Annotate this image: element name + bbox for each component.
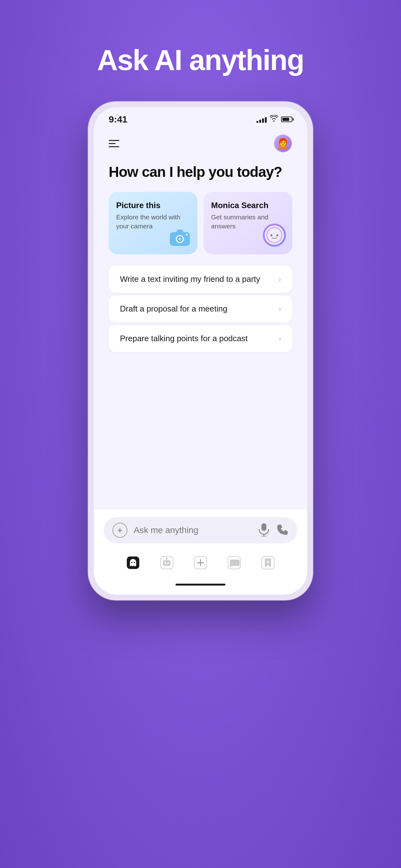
nav-tab-home[interactable] <box>120 552 146 574</box>
menu-line-3 <box>109 146 119 147</box>
suggestion-text-0: Write a text inviting my friend to a par… <box>120 274 260 284</box>
chat-input[interactable] <box>134 525 252 535</box>
nav-tab-add[interactable] <box>188 552 213 574</box>
chevron-right-icon-1: › <box>278 305 281 313</box>
picture-this-card[interactable]: Picture this Explore the world with your… <box>109 192 197 254</box>
svg-point-17 <box>165 562 166 564</box>
main-content: How can I help you today? Picture this E… <box>94 160 307 436</box>
plus-icon: + <box>118 526 123 535</box>
status-bar: 9:41 <box>94 107 307 128</box>
svg-point-4 <box>186 234 188 236</box>
home-indicator <box>104 580 297 590</box>
avatar[interactable]: 🧑‍🦰 <box>274 134 292 153</box>
suggestion-text-1: Draft a proposal for a meeting <box>120 304 227 314</box>
mic-button[interactable] <box>258 523 270 538</box>
home-bar <box>175 584 226 586</box>
nav-tab-chat[interactable] <box>221 552 247 574</box>
signal-bar-1 <box>257 121 258 123</box>
phone-frame: 9:41 <box>88 101 313 600</box>
signal-bar-4 <box>265 117 267 123</box>
svg-point-21 <box>166 558 167 559</box>
nav-tab-bookmark[interactable] <box>255 552 281 574</box>
menu-button[interactable] <box>109 140 119 147</box>
status-time: 9:41 <box>109 114 127 125</box>
app-header: 🧑‍🦰 <box>94 128 307 160</box>
svg-rect-9 <box>261 523 266 531</box>
svg-point-3 <box>178 238 181 241</box>
bookmark-star-icon <box>260 555 276 571</box>
suggestion-item-1[interactable]: Draft a proposal for a meeting › <box>109 295 292 322</box>
monica-search-title: Monica Search <box>211 200 285 210</box>
phone-screen: 9:41 <box>94 107 307 595</box>
suggestion-item-2[interactable]: Prepare talking points for a podcast › <box>109 325 292 352</box>
feature-cards: Picture this Explore the world with your… <box>109 192 292 254</box>
chevron-right-icon-0: › <box>278 275 281 284</box>
menu-line-2 <box>109 143 115 144</box>
camera-icon <box>169 226 191 248</box>
bottom-nav <box>104 550 297 580</box>
svg-point-8 <box>276 234 278 237</box>
svg-rect-19 <box>166 564 168 564</box>
signal-bars-icon <box>257 116 267 123</box>
hero-title: Ask AI anything <box>97 44 304 76</box>
suggestion-text-2: Prepare talking points for a podcast <box>120 334 248 343</box>
input-row: + <box>104 517 297 544</box>
svg-point-6 <box>267 228 282 243</box>
add-attachment-button[interactable]: + <box>112 523 127 538</box>
wifi-icon <box>270 115 278 124</box>
svg-rect-16 <box>163 560 170 566</box>
suggestion-item-0[interactable]: Write a text inviting my friend to a par… <box>109 266 292 293</box>
content-spacer <box>94 436 307 509</box>
phone-button[interactable] <box>276 523 289 537</box>
picture-this-title: Picture this <box>116 200 190 210</box>
svg-point-13 <box>131 562 132 563</box>
phone-wrapper: 9:41 <box>88 101 313 600</box>
svg-point-14 <box>134 562 135 563</box>
status-icons <box>257 115 292 124</box>
svg-point-18 <box>168 562 169 564</box>
signal-bar-2 <box>259 120 261 123</box>
add-square-icon <box>192 555 209 571</box>
greeting-title: How can I help you today? <box>109 163 292 181</box>
bottom-area: + <box>94 509 307 595</box>
chevron-right-icon-2: › <box>278 334 281 343</box>
signal-bar-3 <box>262 118 264 123</box>
battery-icon <box>281 117 292 122</box>
ghost-icon <box>125 555 141 571</box>
chat-icon <box>226 555 242 571</box>
monica-icon <box>263 223 286 248</box>
svg-point-7 <box>270 234 273 237</box>
menu-line-1 <box>109 140 119 141</box>
monica-search-card[interactable]: Monica Search Get summaries and answers <box>204 192 292 254</box>
nav-tab-bot[interactable] <box>154 552 180 574</box>
suggestions-list: Write a text inviting my friend to a par… <box>109 266 292 352</box>
bot-icon <box>159 555 175 571</box>
